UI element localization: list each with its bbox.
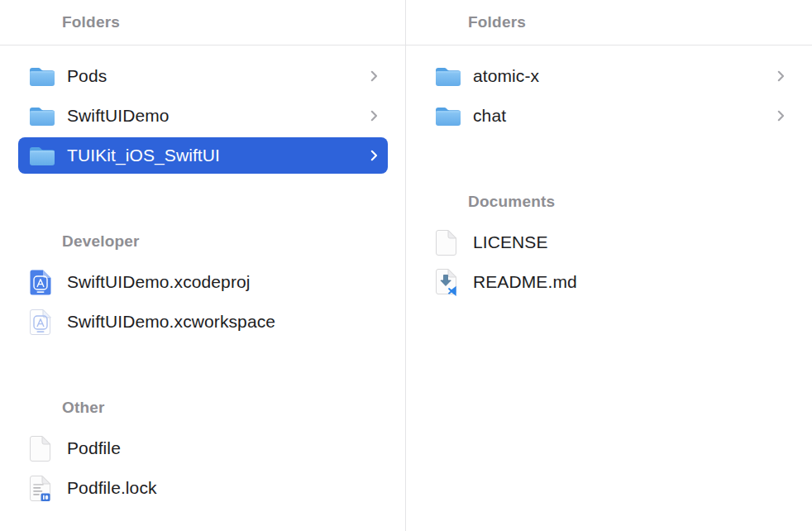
chevron-right-icon: [370, 110, 378, 122]
chevron-right-icon: [777, 70, 785, 82]
file-browser: Folders Pods SwiftUIDemo T: [0, 0, 812, 531]
row-readme-md[interactable]: README.md: [406, 262, 812, 302]
section-header-developer: Developer: [0, 230, 405, 253]
pane-left: Folders Pods SwiftUIDemo T: [0, 0, 406, 531]
item-label: atomic-x: [473, 66, 539, 86]
item-label: LICENSE: [473, 232, 548, 252]
section-header-other: Other: [0, 396, 405, 419]
blank-document-icon: [29, 435, 57, 462]
row-swiftuidemo-xcodeproj[interactable]: SwiftUIDemo.xcodeproj: [0, 262, 405, 302]
lock-document-icon: [29, 475, 57, 502]
row-podfile[interactable]: Podfile: [0, 428, 405, 468]
item-label: chat: [473, 106, 506, 126]
file-list-left: Pods SwiftUIDemo TUIKit_iOS_SwiftUI Deve…: [0, 45, 405, 508]
item-label: SwiftUIDemo: [67, 106, 170, 126]
row-podfile-lock[interactable]: Podfile.lock: [0, 468, 405, 508]
item-label: README.md: [473, 272, 577, 292]
row-chat[interactable]: chat: [406, 96, 812, 136]
xcode-workspace-icon: [29, 309, 57, 336]
folder-icon: [29, 105, 57, 127]
file-list-right: atomic-x chat Documents LICENSE README.m…: [406, 45, 812, 302]
section-header-documents: Documents: [406, 190, 812, 213]
pane-header-label: Folders: [468, 13, 526, 31]
readme-markdown-icon: [435, 268, 463, 296]
row-pods[interactable]: Pods: [0, 56, 405, 96]
item-label: Podfile: [67, 438, 121, 458]
chevron-right-icon: [777, 110, 785, 122]
folder-icon: [435, 65, 463, 87]
item-label: TUIKit_iOS_SwiftUI: [67, 146, 220, 165]
pane-header-label: Folders: [62, 13, 120, 31]
item-label: Pods: [67, 66, 107, 86]
row-license[interactable]: LICENSE: [406, 222, 812, 262]
item-label: Podfile.lock: [67, 478, 157, 498]
row-swiftuidemo-xcworkspace[interactable]: SwiftUIDemo.xcworkspace: [0, 302, 405, 342]
folder-icon: [29, 145, 57, 166]
chevron-right-icon: [370, 150, 378, 161]
blank-document-icon: [435, 229, 463, 256]
folder-icon: [435, 105, 463, 127]
pane-header: Folders: [0, 0, 405, 45]
row-atomic-x[interactable]: atomic-x: [406, 56, 812, 96]
pane-header: Folders: [406, 0, 812, 45]
folder-icon: [29, 65, 57, 87]
xcode-project-icon: [29, 269, 57, 296]
chevron-right-icon: [370, 70, 378, 82]
row-tuikit-ios-swiftui[interactable]: TUIKit_iOS_SwiftUI: [0, 136, 405, 175]
pane-right: Folders atomic-x chat Documents LICENSE: [406, 0, 812, 531]
item-label: SwiftUIDemo.xcworkspace: [67, 312, 275, 332]
item-label: SwiftUIDemo.xcodeproj: [67, 272, 251, 292]
row-swiftuidemo[interactable]: SwiftUIDemo: [0, 96, 405, 136]
